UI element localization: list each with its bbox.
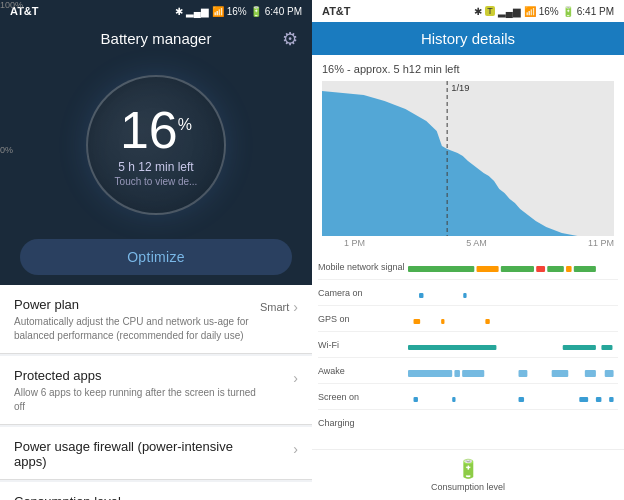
svg-rect-30: [596, 397, 602, 402]
indicator-charging: Charging: [318, 410, 618, 436]
power-plan-chevron: ›: [293, 299, 298, 315]
battery-time: 5 h 12 min left: [118, 160, 193, 174]
right-battery-pct: 16%: [539, 6, 559, 17]
x-label-5am: 5 AM: [466, 238, 487, 248]
svg-rect-13: [414, 319, 421, 324]
svg-rect-5: [477, 266, 499, 272]
optimize-button[interactable]: Optimize: [20, 239, 292, 275]
svg-rect-24: [585, 370, 596, 377]
indicator-wifi-label: Wi-Fi: [318, 340, 408, 350]
svg-rect-19: [408, 370, 452, 377]
indicator-awake: Awake: [318, 358, 618, 384]
right-bluetooth-icon: ✱: [474, 6, 482, 17]
left-panel: AT&T ✱ ▂▄▆ 📶 16% 🔋 6:40 PM Battery manag…: [0, 0, 312, 500]
menu-item-power-plan-right: Smart ›: [258, 299, 298, 315]
indicator-wifi: Wi-Fi: [318, 332, 618, 358]
x-label-11pm: 11 PM: [588, 238, 614, 248]
right-top-bar: History details: [312, 22, 624, 55]
menu-item-consumption-content: Consumption level: [14, 494, 298, 500]
indicator-gps-label: GPS on: [318, 314, 408, 324]
svg-rect-6: [501, 266, 534, 272]
chart-subtitle: 16% - approx. 5 h12 min left: [322, 63, 614, 75]
menu-item-power-plan-content: Power plan Automatically adjust the CPU …: [14, 297, 258, 343]
svg-rect-31: [609, 397, 613, 402]
left-bluetooth-icon: ✱: [175, 6, 183, 17]
svg-rect-28: [519, 397, 525, 402]
menu-list: Power plan Automatically adjust the CPU …: [0, 285, 312, 500]
left-title: Battery manager: [101, 30, 212, 47]
left-signal-icon: ▂▄▆: [186, 6, 209, 17]
menu-item-protected-apps[interactable]: Protected apps Allow 6 apps to keep runn…: [0, 356, 312, 425]
menu-item-power-plan-desc: Automatically adjust the CPU and network…: [14, 315, 258, 343]
svg-rect-29: [579, 397, 588, 402]
svg-rect-9: [566, 266, 572, 272]
indicator-awake-bar: [408, 365, 618, 377]
indicator-screen: Screen on: [318, 384, 618, 410]
left-status-bar: AT&T ✱ ▂▄▆ 📶 16% 🔋 6:40 PM: [0, 0, 312, 22]
svg-rect-18: [601, 345, 612, 350]
battery-circle-container[interactable]: 16% 5 h 12 min left Touch to view de...: [0, 55, 312, 225]
svg-rect-21: [462, 370, 484, 377]
menu-item-firewall-right: ›: [258, 441, 298, 457]
indicator-mobile-network-bar: [408, 261, 618, 273]
indicator-awake-label: Awake: [318, 366, 408, 376]
svg-rect-7: [536, 266, 545, 272]
menu-item-firewall-title: Power usage firewall (power-intensive ap…: [14, 439, 258, 469]
consumption-battery-icon: 🔋: [457, 458, 479, 480]
right-carrier: AT&T: [322, 5, 351, 17]
svg-rect-17: [563, 345, 596, 350]
svg-rect-25: [605, 370, 614, 377]
left-status-icons: ✱ ▂▄▆ 📶 16% 🔋 6:40 PM: [175, 6, 302, 17]
indicator-charging-bar: [408, 417, 618, 429]
svg-rect-27: [452, 397, 455, 402]
firewall-chevron: ›: [293, 441, 298, 457]
battery-touch-label: Touch to view de...: [115, 176, 198, 187]
svg-rect-22: [519, 370, 528, 377]
right-status-icons: ✱ T ▂▄▆ 📶 16% 🔋 6:41 PM: [474, 6, 614, 17]
right-carrier-icon: T: [485, 6, 495, 16]
left-wifi-icon: 📶: [212, 6, 224, 17]
right-status-bar: AT&T ✱ T ▂▄▆ 📶 16% 🔋 6:41 PM: [312, 0, 624, 22]
x-label-1pm: 1 PM: [344, 238, 365, 248]
indicator-mobile-network-label: Mobile network signal: [318, 262, 408, 272]
menu-item-protected-apps-content: Protected apps Allow 6 apps to keep runn…: [14, 368, 258, 414]
indicator-gps-bar: [408, 313, 618, 325]
svg-rect-14: [441, 319, 444, 324]
svg-rect-26: [414, 397, 418, 402]
battery-chart-svg: 1/19: [322, 81, 614, 236]
menu-item-power-plan[interactable]: Power plan Automatically adjust the CPU …: [0, 285, 312, 354]
indicator-screen-bar: [408, 391, 618, 403]
power-plan-smart-label: Smart: [260, 301, 289, 313]
menu-item-consumption[interactable]: Consumption level: [0, 482, 312, 500]
right-signal-icon: ▂▄▆: [498, 6, 521, 17]
indicator-charging-label: Charging: [318, 418, 408, 428]
svg-rect-8: [547, 266, 564, 272]
left-battery-icon: 🔋: [250, 6, 262, 17]
svg-rect-4: [408, 266, 474, 272]
bottom-tab[interactable]: 🔋 Consumption level: [312, 449, 624, 500]
right-wifi-icon: 📶: [524, 6, 536, 17]
svg-rect-23: [552, 370, 569, 377]
svg-rect-15: [485, 319, 489, 324]
consumption-level-label: Consumption level: [431, 482, 505, 492]
chart-x-labels: 1 PM 5 AM 11 PM: [344, 236, 614, 250]
gear-icon[interactable]: ⚙: [282, 28, 298, 50]
left-time: 6:40 PM: [265, 6, 302, 17]
consumption-level-tab[interactable]: 🔋 Consumption level: [431, 458, 505, 492]
battery-percent: 16%: [120, 104, 192, 156]
indicator-camera: Camera on: [318, 280, 618, 306]
indicator-camera-label: Camera on: [318, 288, 408, 298]
chart-wrapper: 100% 0% 1/19: [322, 81, 614, 236]
battery-circle[interactable]: 16% 5 h 12 min left Touch to view de...: [86, 75, 226, 215]
y-label-100: 100%: [0, 0, 23, 10]
indicator-screen-label: Screen on: [318, 392, 408, 402]
right-battery-icon: 🔋: [562, 6, 574, 17]
menu-item-firewall[interactable]: Power usage firewall (power-intensive ap…: [0, 427, 312, 480]
svg-rect-20: [454, 370, 460, 377]
left-top-bar: Battery manager ⚙: [0, 22, 312, 55]
menu-item-power-plan-title: Power plan: [14, 297, 258, 312]
indicators-section: Mobile network signal Camera on: [312, 254, 624, 449]
left-battery-pct: 16%: [227, 6, 247, 17]
menu-item-protected-apps-desc: Allow 6 apps to keep running after the s…: [14, 386, 258, 414]
menu-item-consumption-title: Consumption level: [14, 494, 298, 500]
